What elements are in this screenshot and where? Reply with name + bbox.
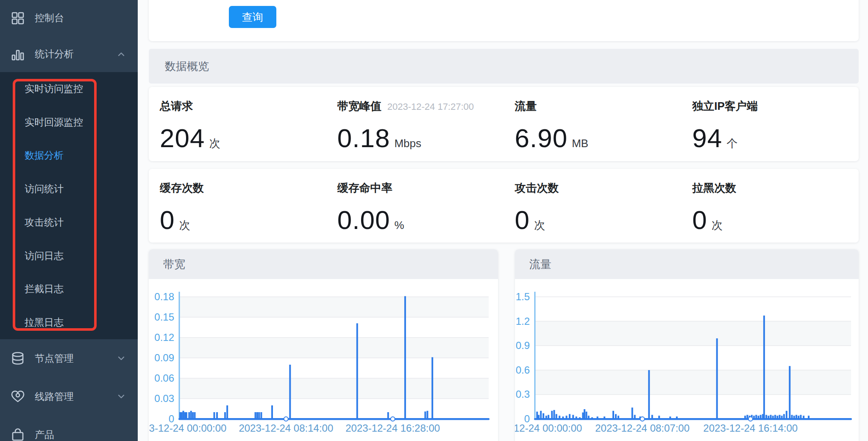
- stat-value: 0: [692, 205, 707, 235]
- query-form-card: 查询: [149, 0, 859, 41]
- submenu-item-3[interactable]: 访问统计: [0, 172, 138, 206]
- submenu-item-4[interactable]: 攻击统计: [0, 206, 138, 239]
- sidebar-item-bottom-2[interactable]: 产品: [0, 416, 138, 441]
- stat-unit: Mbps: [394, 137, 421, 150]
- traffic-chart[interactable]: 00.30.60.91.21.52023-12-24 00:00:002023-…: [515, 280, 859, 441]
- sidebar-item-label: 节点管理: [35, 352, 74, 365]
- product-icon: [10, 427, 25, 441]
- stat-value: 0.18: [337, 123, 390, 153]
- svg-text:0.6: 0.6: [516, 364, 530, 376]
- sidebar-item-label: 控制台: [35, 11, 64, 25]
- submenu-item-0[interactable]: 实时访问监控: [0, 72, 138, 106]
- traffic-chart-title: 流量: [529, 257, 551, 272]
- stat-unit: 次: [209, 136, 220, 151]
- stat-value: 6.90: [515, 123, 568, 153]
- stat-攻击次数: 攻击次数0次: [504, 169, 682, 243]
- svg-text:2023-12-24 08:07:00: 2023-12-24 08:07:00: [595, 422, 690, 434]
- stat-总请求: 总请求204次: [149, 87, 326, 161]
- stat-label: 独立IP客户端: [692, 99, 758, 114]
- stat-label: 缓存命中率: [337, 181, 392, 195]
- stat-value: 94: [692, 123, 722, 153]
- submenu-item-1[interactable]: 实时回源监控: [0, 106, 138, 139]
- svg-text:2023-12-24 08:14:00: 2023-12-24 08:14:00: [239, 422, 333, 434]
- bandwidth-chart-svg: 00.030.060.090.120.150.182023-12-24 00:0…: [149, 280, 498, 441]
- stat-缓存命中率: 缓存命中率0.00%: [326, 169, 504, 243]
- stat-label: 带宽峰值: [337, 99, 381, 114]
- svg-text:0.09: 0.09: [154, 352, 174, 363]
- stat-label: 缓存次数: [160, 181, 204, 195]
- traffic-chart-svg: 00.30.60.91.21.52023-12-24 00:00:002023-…: [515, 280, 859, 441]
- submenu-item-2-active[interactable]: 数据分析: [0, 139, 138, 173]
- submenu-item-7[interactable]: 拉黑日志: [0, 306, 138, 339]
- stat-value: 0: [515, 205, 530, 235]
- stat-拉黑次数: 拉黑次数0次: [681, 169, 859, 243]
- stat-value: 0.00: [337, 205, 390, 235]
- sidebar-item-label: 统计分析: [35, 47, 74, 61]
- svg-text:0.06: 0.06: [154, 372, 174, 384]
- sidebar-item-statistics[interactable]: 统计分析: [0, 36, 138, 72]
- svg-text:0.18: 0.18: [154, 291, 174, 302]
- stat-unit: 次: [179, 218, 190, 233]
- statistics-submenu: 实时访问监控实时回源监控数据分析访问统计攻击统计访问日志拦截日志拉黑日志: [0, 72, 138, 339]
- svg-text:1.5: 1.5: [516, 291, 530, 302]
- sidebar-item-label: 线路管理: [35, 390, 74, 403]
- sidebar-item-bottom-0[interactable]: 节点管理: [0, 339, 138, 377]
- svg-text:2023-12-24 16:14:00: 2023-12-24 16:14:00: [703, 422, 798, 434]
- bandwidth-chart-header: 带宽: [149, 249, 498, 279]
- stat-label: 流量: [515, 99, 537, 114]
- stat-value: 204: [160, 123, 205, 153]
- query-button[interactable]: 查询: [229, 6, 276, 28]
- stat-label: 拉黑次数: [692, 181, 736, 195]
- node-icon: [10, 351, 25, 366]
- submenu-item-6[interactable]: 拦截日志: [0, 273, 138, 306]
- stat-label: 总请求: [160, 99, 193, 114]
- svg-text:1.2: 1.2: [516, 315, 530, 327]
- stat-label: 攻击次数: [515, 181, 559, 195]
- stats-icon: [10, 47, 25, 62]
- bandwidth-chart-title: 带宽: [163, 257, 185, 272]
- traffic-chart-header: 流量: [515, 249, 859, 279]
- bandwidth-chart-card: 带宽 00.030.060.090.120.150.182023-12-24 0…: [149, 249, 498, 441]
- chevron-down-icon: [117, 354, 126, 363]
- stat-unit: 次: [534, 218, 545, 233]
- svg-text:2023-12-24 00:00:00: 2023-12-24 00:00:00: [515, 422, 582, 434]
- stat-peak-time: 2023-12-24 17:27:00: [387, 101, 474, 112]
- svg-text:0.15: 0.15: [154, 311, 174, 323]
- chevron-up-icon: [117, 50, 126, 59]
- svg-text:0.9: 0.9: [516, 340, 530, 351]
- traffic-chart-card: 流量 00.30.60.91.21.52023-12-24 00:00:0020…: [515, 249, 859, 441]
- bandwidth-chart[interactable]: 00.030.060.090.120.150.182023-12-24 00:0…: [149, 280, 498, 441]
- stat-unit: 个: [726, 136, 737, 151]
- submenu-item-5[interactable]: 访问日志: [0, 239, 138, 273]
- stat-流量: 流量6.90MB: [504, 87, 682, 161]
- svg-text:2023-12-24 00:00:00: 2023-12-24 00:00:00: [149, 422, 226, 434]
- stat-独立IP客户端: 独立IP客户端94个: [681, 87, 859, 161]
- data-overview-section-header: 数据概览: [149, 49, 859, 84]
- chevron-down-icon: [117, 392, 126, 401]
- stat-unit: MB: [572, 137, 588, 150]
- stat-value: 0: [160, 205, 175, 235]
- sidebar-item-bottom-1[interactable]: 线路管理: [0, 377, 138, 416]
- stats-card-row1: 总请求204次带宽峰值2023-12-24 17:27:000.18Mbps流量…: [149, 87, 859, 161]
- stat-unit: 次: [712, 218, 723, 233]
- svg-text:0.12: 0.12: [154, 332, 174, 343]
- sidebar-item-console[interactable]: 控制台: [0, 0, 138, 36]
- sidebar: 控制台统计分析实时访问监控实时回源监控数据分析访问统计攻击统计访问日志拦截日志拉…: [0, 0, 138, 441]
- stat-带宽峰值: 带宽峰值2023-12-24 17:27:000.18Mbps: [326, 87, 504, 161]
- sidebar-item-label: 产品: [35, 428, 54, 441]
- dashboard-icon: [10, 11, 25, 26]
- section-title: 数据概览: [165, 59, 209, 74]
- stat-缓存次数: 缓存次数0次: [149, 169, 326, 243]
- stats-card-row2: 缓存次数0次缓存命中率0.00%攻击次数0次拉黑次数0次: [149, 169, 859, 243]
- svg-text:0.03: 0.03: [154, 393, 174, 404]
- stat-unit: %: [394, 219, 404, 232]
- line-icon: [10, 389, 25, 404]
- main-content: 查询 数据概览 总请求204次带宽峰值2023-12-24 17:27:000.…: [138, 0, 868, 441]
- svg-text:2023-12-24 16:28:00: 2023-12-24 16:28:00: [345, 422, 440, 434]
- svg-text:0.3: 0.3: [516, 388, 530, 400]
